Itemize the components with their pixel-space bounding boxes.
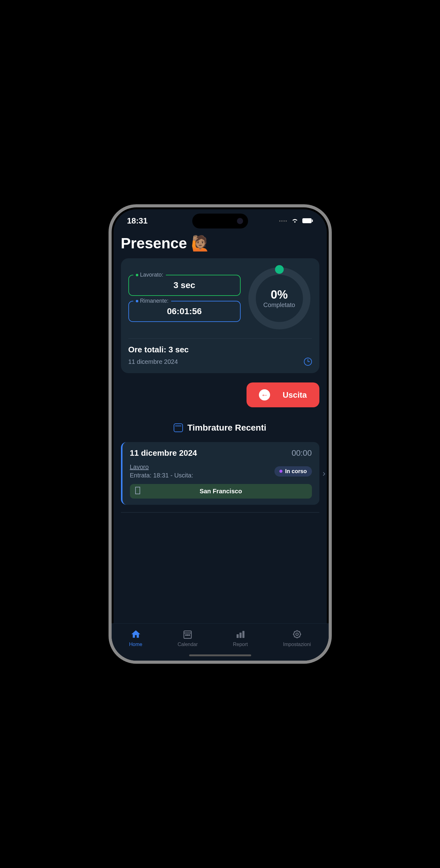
- status-text: In corso: [285, 468, 307, 475]
- summary-top: Lavorato: 3 sec Rimanente: 06:01:56 0%: [128, 266, 312, 339]
- tab-label: Home: [129, 642, 142, 647]
- status-time: 18:31: [127, 216, 148, 226]
- tab-home[interactable]: Home: [129, 629, 142, 647]
- status-badge: In corso: [274, 466, 312, 476]
- phone-frame: 18:31 •••• Presence 🙋🏽 Lavorato: 3 sec: [108, 204, 332, 664]
- work-type-label[interactable]: Lavoro: [130, 464, 194, 471]
- volume-button: [108, 294, 109, 310]
- volume-button: [108, 360, 109, 391]
- svg-point-2: [252, 271, 307, 326]
- time-boxes: Lavorato: 3 sec Rimanente: 06:01:56: [128, 275, 241, 322]
- record-date: 11 dicembre 2024: [130, 448, 197, 458]
- tab-settings[interactable]: Impostazioni: [283, 629, 311, 647]
- dynamic-island: [192, 214, 248, 228]
- svg-rect-1: [312, 219, 313, 222]
- location-text: San Francisco: [200, 488, 242, 495]
- summary-date: 11 dicembre 2024: [128, 358, 178, 365]
- svg-point-13: [187, 634, 188, 636]
- summary-card: Lavorato: 3 sec Rimanente: 06:01:56 0%: [121, 258, 319, 373]
- chevron-right-icon: ›: [323, 468, 325, 478]
- app-content: Presence 🙋🏽 Lavorato: 3 sec Rimanente: 0…: [112, 228, 329, 632]
- svg-line-24: [294, 631, 295, 632]
- calendar-icon: [174, 424, 183, 432]
- svg-line-26: [294, 637, 295, 637]
- svg-rect-15: [237, 634, 239, 638]
- record-body: Lavoro Entrata: 18:31 - Uscita: In corso: [130, 464, 312, 479]
- svg-line-25: [299, 637, 300, 637]
- work-times: Entrata: 18:31 - Uscita:: [130, 472, 194, 479]
- building-icon: [135, 487, 142, 496]
- record-duration: 00:00: [292, 448, 312, 458]
- total-hours: Ore totali: 3 sec: [128, 345, 312, 354]
- exit-label: Uscita: [282, 390, 307, 400]
- svg-rect-16: [240, 633, 242, 638]
- power-button: [331, 332, 332, 378]
- worked-label: Lavorato:: [133, 272, 166, 278]
- worked-box: Lavorato: 3 sec: [128, 275, 241, 296]
- worked-value: 3 sec: [135, 280, 234, 290]
- gear-icon: [292, 629, 302, 640]
- battery-icon: [302, 216, 313, 226]
- tab-calendar[interactable]: Calendar: [178, 629, 198, 647]
- tab-label: Report: [233, 642, 248, 647]
- tab-report[interactable]: Report: [233, 629, 248, 647]
- svg-rect-17: [242, 631, 245, 638]
- volume-button: [108, 322, 109, 353]
- arrow-left-icon: ←: [259, 389, 270, 400]
- svg-rect-0: [302, 218, 312, 223]
- svg-point-12: [185, 634, 187, 636]
- status-icons: ••••: [279, 216, 313, 226]
- recent-title: Timbrature Recenti: [187, 423, 266, 433]
- svg-point-19: [296, 633, 298, 636]
- chart-icon: [235, 629, 245, 640]
- exit-button[interactable]: ← Uscita: [246, 382, 319, 407]
- svg-point-14: [189, 634, 190, 636]
- home-icon: [131, 629, 141, 640]
- svg-line-27: [299, 631, 300, 632]
- record-row[interactable]: 11 dicembre 2024 00:00 Lavoro Entrata: 1…: [121, 442, 319, 505]
- progress-ring: 0% Completato: [247, 266, 312, 331]
- record-card: 11 dicembre 2024 00:00 Lavoro Entrata: 1…: [121, 442, 319, 505]
- remaining-label: Rimanente:: [133, 298, 171, 304]
- progress-indicator-dot: [275, 265, 284, 274]
- record-info: Lavoro Entrata: 18:31 - Uscita:: [130, 464, 194, 479]
- divider: [121, 512, 319, 513]
- tab-label: Impostazioni: [283, 642, 311, 647]
- recent-section-header: Timbrature Recenti: [121, 423, 319, 433]
- remaining-value: 06:01:56: [135, 306, 234, 316]
- cellular-icon: ••••: [279, 219, 288, 223]
- wifi-icon: [291, 216, 299, 226]
- clock-icon[interactable]: [304, 358, 312, 366]
- remaining-box: Rimanente: 06:01:56: [128, 301, 241, 322]
- page-title: Presence 🙋🏽: [121, 235, 319, 252]
- calendar-icon: [183, 629, 193, 640]
- date-row: 11 dicembre 2024: [128, 358, 312, 366]
- tab-label: Calendar: [178, 642, 198, 647]
- svg-rect-3: [136, 487, 140, 494]
- location-bar: San Francisco: [130, 484, 312, 499]
- record-header: 11 dicembre 2024 00:00: [130, 448, 312, 458]
- home-indicator[interactable]: [189, 654, 251, 656]
